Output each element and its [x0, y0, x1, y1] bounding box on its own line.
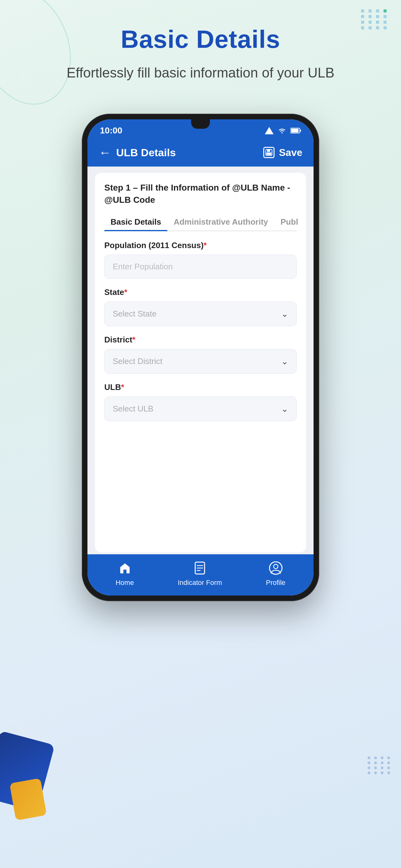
- app-bar-title: ULB Details: [116, 147, 176, 159]
- screen-content: Step 1 – Fill the Information of @ULB Na…: [88, 166, 313, 554]
- nav-profile-label: Profile: [266, 579, 285, 587]
- bg-dots-bottom-right: [368, 756, 392, 774]
- nav-item-indicator-form[interactable]: Indicator Form: [178, 560, 222, 587]
- save-area[interactable]: Save: [263, 147, 302, 158]
- state-label: State*: [104, 287, 297, 297]
- form-content: Population (2011 Census)* Enter Populati…: [104, 241, 297, 552]
- district-select[interactable]: Select District ⌄: [104, 349, 297, 374]
- district-field-group: District* Select District ⌄: [104, 335, 297, 374]
- population-label: Population (2011 Census)*: [104, 241, 297, 250]
- status-time: 10:00: [100, 126, 123, 135]
- nav-item-home[interactable]: Home: [115, 560, 134, 587]
- phone-notch: [191, 119, 210, 129]
- population-field-group: Population (2011 Census)* Enter Populati…: [104, 241, 297, 279]
- ulb-select[interactable]: Select ULB ⌄: [104, 397, 297, 421]
- page-header: Basic Details Effortlessly fill basic in…: [0, 0, 401, 95]
- bottom-nav: Home Indicator Form: [88, 554, 313, 595]
- ulb-field-group: ULB* Select ULB ⌄: [104, 382, 297, 421]
- ulb-label: ULB*: [104, 382, 297, 392]
- nav-home-label: Home: [115, 579, 134, 587]
- population-input[interactable]: Enter Population: [104, 255, 297, 279]
- nav-indicator-form-label: Indicator Form: [178, 579, 222, 587]
- phone-wrapper: 10:00: [0, 114, 401, 601]
- tab-administrative-authority[interactable]: Administrative Authority: [167, 213, 274, 230]
- step-card: Step 1 – Fill the Information of @ULB Na…: [95, 173, 306, 552]
- save-label: Save: [279, 147, 302, 158]
- nav-item-profile[interactable]: Profile: [266, 560, 285, 587]
- district-label: District*: [104, 335, 297, 345]
- state-required-mark: *: [124, 287, 127, 297]
- status-icons: [265, 127, 301, 134]
- svg-rect-6: [267, 149, 270, 152]
- signal-icon: [265, 127, 274, 134]
- svg-rect-3: [291, 129, 299, 132]
- tab-basic-details[interactable]: Basic Details: [104, 213, 167, 230]
- tabs-row: Basic Details Administrative Authority P…: [104, 213, 297, 231]
- state-select[interactable]: Select State ⌄: [104, 302, 297, 326]
- step-title: Step 1 – Fill the Information of @ULB Na…: [104, 182, 297, 206]
- phone-screen: 10:00: [88, 119, 313, 595]
- phone-frame: 10:00: [82, 114, 319, 601]
- bg-decoration-yellow-rect: [9, 778, 46, 820]
- state-chevron-down-icon: ⌄: [281, 309, 288, 319]
- district-required-mark: *: [132, 335, 136, 344]
- state-field-group: State* Select State ⌄: [104, 287, 297, 326]
- svg-point-13: [274, 564, 278, 569]
- page-subtitle: Effortlessly fill basic information of y…: [12, 63, 389, 83]
- home-icon: [117, 560, 133, 576]
- app-bar: ← ULB Details Save: [88, 139, 313, 166]
- tab-publ[interactable]: Publ: [274, 213, 304, 230]
- page-title: Basic Details: [12, 25, 389, 54]
- battery-icon: [291, 127, 301, 134]
- app-bar-left: ← ULB Details: [99, 146, 176, 160]
- wifi-icon: [277, 127, 287, 134]
- profile-icon: [268, 560, 284, 576]
- svg-marker-0: [265, 127, 274, 134]
- district-chevron-down-icon: ⌄: [281, 356, 288, 367]
- save-icon: [263, 147, 274, 158]
- svg-point-1: [281, 132, 282, 133]
- ulb-chevron-down-icon: ⌄: [281, 404, 288, 414]
- svg-rect-4: [300, 130, 301, 131]
- svg-rect-7: [266, 153, 271, 155]
- back-button[interactable]: ←: [99, 146, 111, 160]
- ulb-required-mark: *: [121, 382, 124, 392]
- population-required-mark: *: [204, 241, 207, 250]
- form-icon: [192, 560, 208, 576]
